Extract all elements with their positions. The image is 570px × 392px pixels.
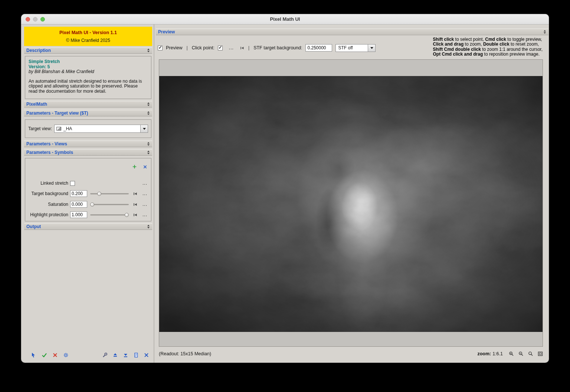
section-header-description[interactable]: Description xyxy=(24,47,152,54)
collapse-icon xyxy=(544,30,546,34)
preview-checkbox[interactable] xyxy=(158,46,163,50)
saturation-more-button[interactable]: ... xyxy=(142,202,147,207)
linked-stretch-checkbox[interactable] xyxy=(70,181,75,186)
section-label-views: Parameters - Views xyxy=(26,141,67,146)
preview-panel: Preview Shift click to select point, Cmd… xyxy=(156,24,548,363)
new-instance-button[interactable] xyxy=(31,352,36,358)
click-point-more-button[interactable]: ... xyxy=(229,45,234,50)
plus-icon xyxy=(133,165,137,169)
stf-mode-field[interactable]: STF off xyxy=(335,44,368,52)
highlight-protection-row: Highlight protection ... xyxy=(27,211,147,218)
highlight-protection-reset-button[interactable] xyxy=(133,213,137,217)
collapse-icon xyxy=(147,102,150,106)
magnifier-minus-icon xyxy=(519,352,523,356)
saturation-slider[interactable] xyxy=(90,202,129,207)
view-thumbnail-icon xyxy=(56,127,61,131)
pixel-math-window: Pixel Math UI Pixel Math UI - Version 1.… xyxy=(21,14,549,363)
section-label-symbols: Parameters - Symbols xyxy=(26,150,73,155)
slider-track xyxy=(90,214,129,215)
section-header-views[interactable]: Parameters - Views xyxy=(24,141,152,147)
edit-script-button[interactable] xyxy=(102,352,108,358)
stf-mode-combo: STF off xyxy=(335,44,376,52)
slider-thumb[interactable] xyxy=(125,213,129,217)
preview-image[interactable] xyxy=(159,76,543,332)
banner-copyright: © Mike Cranfield 2025 xyxy=(24,38,152,43)
target-background-slider[interactable] xyxy=(90,191,129,196)
stf-target-background-input[interactable] xyxy=(305,44,332,52)
reset-icon xyxy=(134,203,134,206)
section-label-target-view: Parameters - Target view ($T) xyxy=(26,111,88,116)
dialog-toolbar xyxy=(24,352,152,358)
reset-icon xyxy=(240,47,241,49)
target-view-dropdown-button[interactable] xyxy=(141,125,148,133)
save-settings-button[interactable] xyxy=(123,352,128,358)
highlight-protection-input[interactable] xyxy=(70,211,87,218)
panel-divider xyxy=(154,24,154,363)
collapse-icon xyxy=(147,142,150,146)
target-view-value: _HA xyxy=(63,126,72,131)
zoom-in-button[interactable] xyxy=(509,351,514,356)
execute-button[interactable] xyxy=(42,352,47,358)
script-banner: Pixel Math UI - Version 1.1 © Mike Cranf… xyxy=(24,27,152,46)
script-name: Simple Stretch xyxy=(29,59,148,65)
click-point-label: Click point: xyxy=(192,45,214,50)
click-point-checkbox[interactable] xyxy=(218,46,223,50)
reset-icon xyxy=(134,192,134,195)
slider-track xyxy=(90,204,129,205)
cross-icon xyxy=(144,165,146,168)
preview-viewport xyxy=(159,59,543,347)
description-box: Simple Stretch Version: 5 by Bill Blansh… xyxy=(25,56,151,99)
preview-checkbox-label: Preview xyxy=(166,45,182,50)
linked-stretch-more-button[interactable]: ... xyxy=(142,181,147,186)
highlight-protection-slider[interactable] xyxy=(90,213,129,217)
fit-view-icon xyxy=(538,352,543,356)
saturation-reset-button[interactable] xyxy=(133,202,137,207)
zoom-1-1-button[interactable] xyxy=(528,351,533,356)
separator: | xyxy=(186,45,188,50)
nebula-vignette xyxy=(159,76,543,332)
remove-symbol-button[interactable] xyxy=(143,165,147,169)
magnifier-plus-icon xyxy=(510,352,513,356)
window-title: Pixel Math UI xyxy=(21,14,549,24)
preferences-button[interactable] xyxy=(63,352,69,358)
section-label-pixelmath: PixelMath xyxy=(26,102,47,107)
slider-thumb[interactable] xyxy=(90,202,94,207)
target-view-label: Target view: xyxy=(28,126,52,131)
reset-dialog-button[interactable] xyxy=(144,352,149,358)
left-panel: Pixel Math UI - Version 1.1 © Mike Cranf… xyxy=(24,24,152,363)
saturation-input[interactable] xyxy=(70,201,87,208)
target-background-input[interactable] xyxy=(70,190,87,197)
stf-target-background-label: STF target background: xyxy=(253,45,302,50)
linked-stretch-row: Linked stretch ... xyxy=(27,179,147,187)
gear-icon xyxy=(64,353,68,358)
documentation-button[interactable] xyxy=(133,352,139,358)
titlebar[interactable]: Pixel Math UI xyxy=(21,14,549,24)
load-settings-button[interactable] xyxy=(112,352,118,358)
target-background-reset-button[interactable] xyxy=(133,192,137,196)
section-header-output[interactable]: Output xyxy=(24,223,152,230)
target-view-combo: _HA xyxy=(54,125,148,133)
zoom-label: zoom: xyxy=(477,351,491,356)
stf-mode-dropdown-button[interactable] xyxy=(368,44,376,52)
collapse-icon xyxy=(147,111,150,115)
chevron-down-icon xyxy=(143,128,146,130)
cancel-button[interactable] xyxy=(52,352,58,358)
target-view-field[interactable]: _HA xyxy=(54,125,141,133)
highlight-protection-more-button[interactable]: ... xyxy=(142,212,147,217)
highlight-protection-label: Highlight protection xyxy=(27,212,68,217)
slider-thumb[interactable] xyxy=(97,192,101,196)
section-header-preview[interactable]: Preview xyxy=(156,29,548,35)
section-header-symbols[interactable]: Parameters - Symbols xyxy=(24,149,152,156)
saturation-row: Saturation ... xyxy=(27,201,147,208)
zoom-out-button[interactable] xyxy=(518,351,524,356)
add-symbol-button[interactable] xyxy=(132,164,137,169)
fit-view-button[interactable] xyxy=(538,351,543,356)
target-background-row: Target background ... xyxy=(27,190,147,197)
script-authors: by Bill Blanshan & Mike Cranfield xyxy=(29,69,148,75)
collapse-icon xyxy=(147,49,150,52)
section-header-pixelmath[interactable]: PixelMath xyxy=(24,101,152,108)
target-background-more-button[interactable]: ... xyxy=(142,191,147,196)
section-header-target-view[interactable]: Parameters - Target view ($T) xyxy=(24,110,152,116)
click-point-reset-button[interactable] xyxy=(240,46,244,50)
section-label-preview: Preview xyxy=(158,29,175,34)
